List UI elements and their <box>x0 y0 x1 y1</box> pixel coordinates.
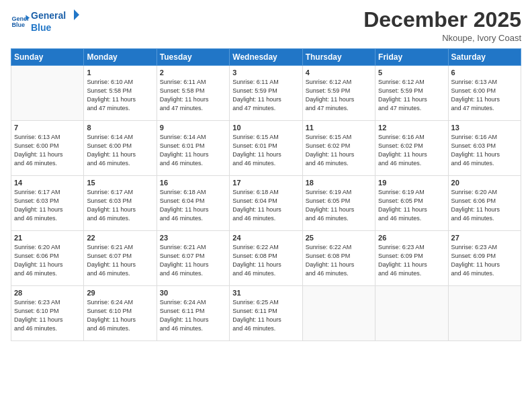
col-sunday: Sunday <box>11 49 84 66</box>
col-friday: Friday <box>375 49 448 66</box>
day-info: Sunrise: 6:20 AM Sunset: 6:06 PM Dayligh… <box>14 243 81 278</box>
calendar-cell: 12Sunrise: 6:16 AM Sunset: 6:02 PM Dayli… <box>375 121 448 176</box>
calendar-cell: 16Sunrise: 6:18 AM Sunset: 6:04 PM Dayli… <box>157 176 229 231</box>
calendar-table: Sunday Monday Tuesday Wednesday Thursday… <box>11 48 521 341</box>
day-info: Sunrise: 6:18 AM Sunset: 6:04 PM Dayligh… <box>232 188 299 223</box>
calendar-week-3: 14Sunrise: 6:17 AM Sunset: 6:03 PM Dayli… <box>11 176 521 231</box>
col-monday: Monday <box>84 49 157 66</box>
day-number: 10 <box>232 124 299 132</box>
calendar-week-1: 1Sunrise: 6:10 AM Sunset: 5:58 PM Daylig… <box>11 66 521 121</box>
calendar-cell: 25Sunrise: 6:22 AM Sunset: 6:08 PM Dayli… <box>302 231 375 286</box>
day-number: 7 <box>14 124 81 132</box>
calendar-cell: 9Sunrise: 6:14 AM Sunset: 6:01 PM Daylig… <box>157 121 229 176</box>
day-info: Sunrise: 6:12 AM Sunset: 5:59 PM Dayligh… <box>306 78 372 113</box>
calendar-cell <box>302 286 375 341</box>
day-number: 30 <box>160 289 226 297</box>
day-info: Sunrise: 6:23 AM Sunset: 6:10 PM Dayligh… <box>14 298 81 333</box>
calendar-cell: 7Sunrise: 6:13 AM Sunset: 6:00 PM Daylig… <box>11 121 84 176</box>
day-number: 5 <box>378 68 445 77</box>
calendar-cell: 21Sunrise: 6:20 AM Sunset: 6:06 PM Dayli… <box>11 231 84 286</box>
day-info: Sunrise: 6:11 AM Sunset: 5:58 PM Dayligh… <box>160 78 226 113</box>
day-number: 23 <box>160 234 226 242</box>
calendar-body: 1Sunrise: 6:10 AM Sunset: 5:58 PM Daylig… <box>11 66 521 341</box>
svg-text:Blue: Blue <box>31 22 52 33</box>
calendar-cell: 2Sunrise: 6:11 AM Sunset: 5:58 PM Daylig… <box>157 66 229 121</box>
day-number: 19 <box>378 179 445 187</box>
day-info: Sunrise: 6:14 AM Sunset: 6:01 PM Dayligh… <box>160 133 226 168</box>
day-info: Sunrise: 6:24 AM Sunset: 6:11 PM Dayligh… <box>160 298 226 333</box>
calendar-cell: 4Sunrise: 6:12 AM Sunset: 5:59 PM Daylig… <box>302 66 375 121</box>
day-number: 6 <box>451 68 518 77</box>
day-info: Sunrise: 6:11 AM Sunset: 5:59 PM Dayligh… <box>232 78 299 113</box>
calendar-cell: 28Sunrise: 6:23 AM Sunset: 6:10 PM Dayli… <box>11 286 84 341</box>
day-info: Sunrise: 6:17 AM Sunset: 6:03 PM Dayligh… <box>87 188 153 223</box>
calendar-cell: 19Sunrise: 6:19 AM Sunset: 6:05 PM Dayli… <box>375 176 448 231</box>
calendar-cell: 30Sunrise: 6:24 AM Sunset: 6:11 PM Dayli… <box>157 286 229 341</box>
col-wednesday: Wednesday <box>230 49 302 66</box>
day-number: 28 <box>14 289 81 297</box>
day-number: 3 <box>232 68 299 77</box>
day-info: Sunrise: 6:19 AM Sunset: 6:05 PM Dayligh… <box>306 188 372 223</box>
calendar-cell: 11Sunrise: 6:15 AM Sunset: 6:02 PM Dayli… <box>302 121 375 176</box>
day-info: Sunrise: 6:22 AM Sunset: 6:08 PM Dayligh… <box>232 243 299 278</box>
day-number: 15 <box>87 179 153 187</box>
col-saturday: Saturday <box>448 49 521 66</box>
day-number: 11 <box>306 124 372 132</box>
month-title: December 2025 <box>363 8 521 32</box>
calendar-cell: 13Sunrise: 6:16 AM Sunset: 6:03 PM Dayli… <box>448 121 521 176</box>
calendar-cell: 6Sunrise: 6:13 AM Sunset: 6:00 PM Daylig… <box>448 66 521 121</box>
calendar-cell: 26Sunrise: 6:23 AM Sunset: 6:09 PM Dayli… <box>375 231 448 286</box>
day-number: 13 <box>451 124 518 132</box>
day-info: Sunrise: 6:13 AM Sunset: 6:00 PM Dayligh… <box>451 78 518 113</box>
calendar-cell: 10Sunrise: 6:15 AM Sunset: 6:01 PM Dayli… <box>230 121 302 176</box>
header: General Blue General Blue December 2025 … <box>11 8 521 43</box>
day-info: Sunrise: 6:25 AM Sunset: 6:11 PM Dayligh… <box>232 298 299 333</box>
calendar-cell: 27Sunrise: 6:23 AM Sunset: 6:09 PM Dayli… <box>448 231 521 286</box>
calendar-week-2: 7Sunrise: 6:13 AM Sunset: 6:00 PM Daylig… <box>11 121 521 176</box>
day-number: 12 <box>378 124 445 132</box>
calendar-cell: 5Sunrise: 6:12 AM Sunset: 5:59 PM Daylig… <box>375 66 448 121</box>
day-number: 14 <box>14 179 81 187</box>
day-info: Sunrise: 6:20 AM Sunset: 6:06 PM Dayligh… <box>451 188 518 223</box>
day-info: Sunrise: 6:19 AM Sunset: 6:05 PM Dayligh… <box>378 188 445 223</box>
day-number: 17 <box>232 179 299 187</box>
svg-text:General: General <box>31 10 66 21</box>
calendar-cell: 14Sunrise: 6:17 AM Sunset: 6:03 PM Dayli… <box>11 176 84 231</box>
page: General Blue General Blue December 2025 … <box>0 0 532 411</box>
day-info: Sunrise: 6:15 AM Sunset: 6:02 PM Dayligh… <box>306 133 372 168</box>
calendar-cell: 15Sunrise: 6:17 AM Sunset: 6:03 PM Dayli… <box>84 176 157 231</box>
day-info: Sunrise: 6:23 AM Sunset: 6:09 PM Dayligh… <box>378 243 445 278</box>
calendar-cell <box>375 286 448 341</box>
calendar-cell: 17Sunrise: 6:18 AM Sunset: 6:04 PM Dayli… <box>230 176 302 231</box>
day-info: Sunrise: 6:21 AM Sunset: 6:07 PM Dayligh… <box>87 243 153 278</box>
calendar-header: Sunday Monday Tuesday Wednesday Thursday… <box>11 49 521 66</box>
day-info: Sunrise: 6:14 AM Sunset: 6:00 PM Dayligh… <box>87 133 153 168</box>
calendar-cell: 22Sunrise: 6:21 AM Sunset: 6:07 PM Dayli… <box>84 231 157 286</box>
day-number: 24 <box>232 234 299 242</box>
svg-text:Blue: Blue <box>11 21 25 28</box>
calendar-week-4: 21Sunrise: 6:20 AM Sunset: 6:06 PM Dayli… <box>11 231 521 286</box>
calendar-cell <box>448 286 521 341</box>
day-number: 31 <box>232 289 299 297</box>
day-number: 21 <box>14 234 81 242</box>
day-number: 8 <box>87 124 153 132</box>
day-info: Sunrise: 6:18 AM Sunset: 6:04 PM Dayligh… <box>160 188 226 223</box>
title-block: December 2025 Nkoupe, Ivory Coast <box>363 8 521 43</box>
location: Nkoupe, Ivory Coast <box>363 33 521 43</box>
day-info: Sunrise: 6:24 AM Sunset: 6:10 PM Dayligh… <box>87 298 153 333</box>
calendar-cell: 8Sunrise: 6:14 AM Sunset: 6:00 PM Daylig… <box>84 121 157 176</box>
day-info: Sunrise: 6:22 AM Sunset: 6:08 PM Dayligh… <box>306 243 372 278</box>
day-number: 9 <box>160 124 226 132</box>
day-info: Sunrise: 6:23 AM Sunset: 6:09 PM Dayligh… <box>451 243 518 278</box>
col-tuesday: Tuesday <box>157 49 229 66</box>
day-info: Sunrise: 6:21 AM Sunset: 6:07 PM Dayligh… <box>160 243 226 278</box>
calendar-cell: 31Sunrise: 6:25 AM Sunset: 6:11 PM Dayli… <box>230 286 302 341</box>
day-number: 26 <box>378 234 445 242</box>
calendar-cell: 23Sunrise: 6:21 AM Sunset: 6:07 PM Dayli… <box>157 231 229 286</box>
calendar-cell: 18Sunrise: 6:19 AM Sunset: 6:05 PM Dayli… <box>302 176 375 231</box>
day-info: Sunrise: 6:16 AM Sunset: 6:03 PM Dayligh… <box>451 133 518 168</box>
calendar-cell: 29Sunrise: 6:24 AM Sunset: 6:10 PM Dayli… <box>84 286 157 341</box>
day-info: Sunrise: 6:12 AM Sunset: 5:59 PM Dayligh… <box>378 78 445 113</box>
calendar-week-5: 28Sunrise: 6:23 AM Sunset: 6:10 PM Dayli… <box>11 286 521 341</box>
day-number: 18 <box>306 179 372 187</box>
